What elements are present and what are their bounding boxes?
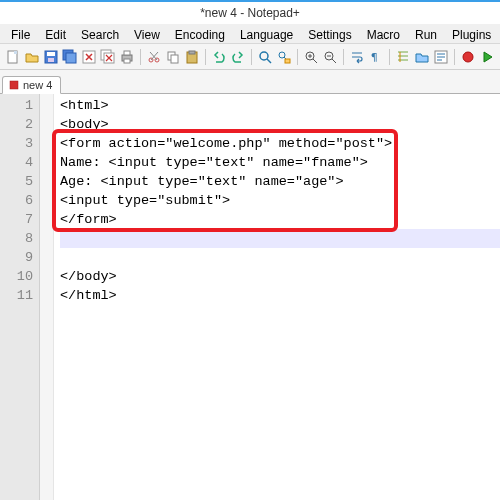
tab-bar: new 4 — [0, 70, 500, 94]
line-number: 8 — [0, 229, 33, 248]
code-area[interactable]: <html><body><form action="welcome.php" m… — [54, 94, 500, 500]
tab-new-4[interactable]: new 4 — [2, 76, 61, 94]
menu-run[interactable]: Run — [408, 26, 444, 44]
print-icon[interactable] — [119, 48, 136, 66]
zoom-out-icon[interactable] — [322, 48, 339, 66]
toolbar-separator — [341, 48, 347, 66]
paste-icon[interactable] — [184, 48, 201, 66]
menu-view[interactable]: View — [127, 26, 167, 44]
code-line[interactable]: <body> — [60, 115, 500, 134]
code-line[interactable] — [60, 229, 500, 248]
line-number: 4 — [0, 153, 33, 172]
svg-rect-1 — [14, 51, 17, 54]
svg-rect-4 — [48, 58, 54, 62]
play-macro-icon[interactable] — [479, 48, 496, 66]
code-line[interactable]: Age: <input type="text" name="age"> — [60, 172, 500, 191]
code-line[interactable] — [60, 248, 500, 267]
code-line[interactable]: <form action="welcome.php" method="post"… — [60, 134, 500, 153]
toolbar-separator — [387, 48, 393, 66]
menu-search[interactable]: Search — [74, 26, 126, 44]
svg-point-26 — [463, 52, 473, 62]
redo-icon[interactable] — [230, 48, 247, 66]
copy-icon[interactable] — [165, 48, 182, 66]
close-icon[interactable] — [81, 48, 98, 66]
new-file-icon[interactable] — [4, 48, 21, 66]
close-all-icon[interactable] — [100, 48, 117, 66]
line-number: 10 — [0, 267, 33, 286]
menu-edit[interactable]: Edit — [38, 26, 73, 44]
svg-rect-18 — [189, 51, 195, 54]
unsaved-dot-icon — [9, 80, 19, 90]
cut-icon[interactable] — [146, 48, 163, 66]
svg-point-19 — [260, 52, 268, 60]
line-number: 7 — [0, 210, 33, 229]
toolbar-separator — [295, 48, 301, 66]
record-macro-icon[interactable] — [460, 48, 477, 66]
svg-rect-3 — [47, 52, 55, 56]
line-number: 5 — [0, 172, 33, 191]
code-line[interactable]: Name: <input type="text" name="fname"> — [60, 153, 500, 172]
save-icon[interactable] — [42, 48, 59, 66]
menu-language[interactable]: Language — [233, 26, 300, 44]
line-number: 11 — [0, 286, 33, 305]
code-line[interactable]: </form> — [60, 210, 500, 229]
line-number-gutter: 1234567891011 — [0, 94, 40, 500]
save-all-icon[interactable] — [61, 48, 78, 66]
replace-icon[interactable] — [276, 48, 293, 66]
menu-encoding[interactable]: Encoding — [168, 26, 232, 44]
line-number: 1 — [0, 96, 33, 115]
line-number: 2 — [0, 115, 33, 134]
zoom-in-icon[interactable] — [303, 48, 320, 66]
svg-rect-12 — [124, 59, 130, 63]
find-icon[interactable] — [257, 48, 274, 66]
code-line[interactable]: </html> — [60, 286, 500, 305]
toolbar-separator — [138, 48, 144, 66]
editor[interactable]: 1234567891011 <html><body><form action="… — [0, 94, 500, 500]
menubar: FileEditSearchViewEncodingLanguageSettin… — [0, 24, 500, 44]
undo-icon[interactable] — [211, 48, 228, 66]
svg-text:¶: ¶ — [371, 51, 378, 64]
toolbar-separator — [203, 48, 209, 66]
fold-column — [40, 94, 54, 500]
code-line[interactable]: </body> — [60, 267, 500, 286]
toolbar: ¶ — [0, 44, 500, 70]
word-wrap-icon[interactable] — [349, 48, 366, 66]
menu-macro[interactable]: Macro — [360, 26, 407, 44]
window-title: *new 4 - Notepad+ — [200, 6, 300, 20]
svg-rect-11 — [124, 51, 130, 55]
folder-as-workspace-icon[interactable] — [414, 48, 431, 66]
svg-rect-21 — [285, 59, 290, 63]
tab-label: new 4 — [23, 79, 52, 91]
svg-rect-6 — [66, 53, 76, 63]
indent-guide-icon[interactable] — [394, 48, 411, 66]
line-number: 6 — [0, 191, 33, 210]
function-list-icon[interactable] — [433, 48, 450, 66]
show-all-chars-icon[interactable]: ¶ — [368, 48, 385, 66]
menu-settings[interactable]: Settings — [301, 26, 358, 44]
line-number: 9 — [0, 248, 33, 267]
toolbar-separator — [452, 48, 458, 66]
code-line[interactable]: <input type="submit"> — [60, 191, 500, 210]
code-line[interactable]: <html> — [60, 96, 500, 115]
svg-rect-16 — [171, 55, 178, 63]
open-file-icon[interactable] — [23, 48, 40, 66]
svg-rect-27 — [10, 81, 18, 89]
menu-file[interactable]: File — [4, 26, 37, 44]
titlebar: *new 4 - Notepad+ — [0, 2, 500, 24]
toolbar-separator — [249, 48, 255, 66]
menu-plugins[interactable]: Plugins — [445, 26, 498, 44]
line-number: 3 — [0, 134, 33, 153]
